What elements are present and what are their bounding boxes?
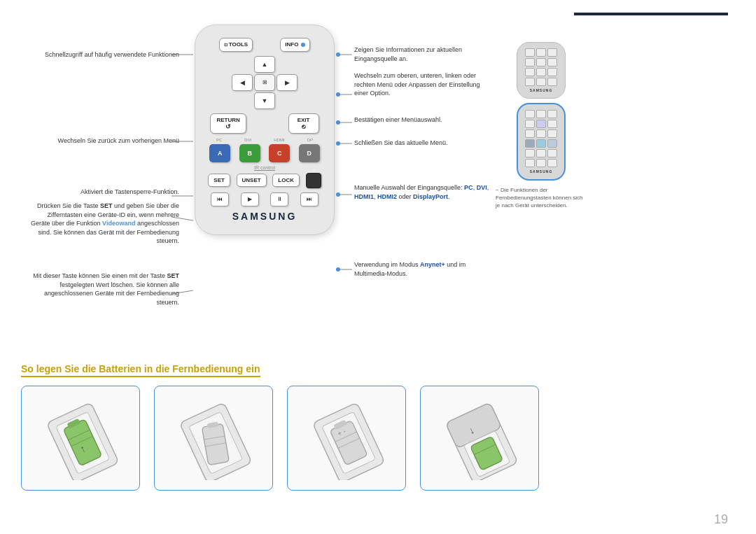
ann-lock: Aktiviert die Tastensperre-Funktion. (29, 188, 179, 197)
left-arrow-button[interactable]: ◀ (232, 74, 253, 91)
button-c-hdmi[interactable]: C (269, 144, 290, 162)
page-number: 19 (714, 512, 728, 527)
svg-point-12 (336, 92, 340, 97)
small-remote-area: SAMSUNG SAMSUNG − Die Funktionen der Fer… (496, 21, 587, 364)
battery-step-3: + - (287, 386, 406, 491)
set-unset-lock-row: SET UNSET LOCK (205, 173, 324, 188)
ann-confirm-right: Bestätigen einer Menüauswahl. (354, 115, 494, 125)
small-remote-highlighted: SAMSUNG (517, 103, 566, 181)
fast-forward-button[interactable]: ⏭ (300, 192, 318, 206)
enter-button[interactable]: ⊞ (254, 74, 275, 91)
play-button[interactable]: ▶ (241, 192, 259, 206)
samsung-logo: SAMSUNG (205, 211, 324, 222)
ann-tools: Schnellzugriff auf häufig verwendete Fun… (32, 50, 179, 59)
page: Schnellzugriff auf häufig verwendete Fun… (0, 0, 756, 534)
return-exit-row: RETURN ↺ EXIT ⎋ (205, 113, 324, 134)
rewind-button[interactable]: ⏮ (211, 192, 229, 206)
exit-button[interactable]: EXIT ⎋ (288, 113, 319, 134)
remote-body: ⊡ TOOLS INFO ▲ ◀ ⊞ ▶ ▼ (195, 24, 335, 235)
right-annotations: Zeigen Sie Informationen zur aktuellen E… (335, 21, 496, 364)
info-button[interactable]: INFO (280, 38, 310, 52)
color-buttons-row: A B C D (205, 144, 324, 162)
svg-point-14 (336, 141, 340, 146)
right-arrow-button[interactable]: ▶ (276, 74, 298, 91)
ann-delete: Mit dieser Taste können Sie einen mit de… (29, 272, 179, 307)
ann-info-right: Zeigen Sie Informationen zur aktuellen E… (354, 45, 494, 63)
ann-nav-right: Wechseln zum oberen, unteren, linken ode… (354, 71, 494, 98)
down-arrow-button[interactable]: ▼ (254, 92, 275, 109)
button-d-dp[interactable]: D (299, 144, 320, 162)
svg-point-16 (336, 267, 340, 272)
pause-button[interactable]: ⏸ (270, 192, 288, 206)
small-remote-note: − Die Funktionen der Fernbedienungstaste… (496, 186, 587, 210)
remote-control-diagram: ⊡ TOOLS INFO ▲ ◀ ⊞ ▶ ▼ (195, 21, 335, 364)
battery-step-1: ↑ (21, 386, 140, 491)
svg-point-11 (336, 52, 340, 57)
tools-button[interactable]: ⊡ TOOLS (219, 38, 253, 52)
connector-lines-right (335, 21, 356, 364)
battery-step-2 (154, 386, 273, 491)
left-annotations: Schnellzugriff auf häufig verwendete Fun… (21, 21, 195, 364)
ann-set: Drücken Sie die Taste SET und geben Sie … (29, 202, 179, 246)
unset-button[interactable]: UNSET (237, 174, 267, 187)
battery-section: So legen Sie die Batterien in die Fernbe… (21, 363, 735, 524)
black-button[interactable] (306, 173, 321, 188)
button-b-dvi[interactable]: B (239, 144, 260, 162)
battery-section-title: So legen Sie die Batterien in die Fernbe… (21, 363, 260, 377)
return-button[interactable]: RETURN ↺ (210, 113, 246, 134)
lock-button[interactable]: LOCK (272, 174, 300, 187)
svg-point-15 (336, 192, 340, 197)
up-arrow-button[interactable]: ▲ (254, 56, 275, 73)
tools-info-row: ⊡ TOOLS INFO (205, 38, 324, 52)
battery-step-4: ↓ (420, 386, 539, 491)
ir-label: IR control (205, 165, 324, 170)
ann-input-right: Manuelle Auswahl der Eingangsquelle: PC,… (354, 183, 494, 201)
top-accent-bar (574, 13, 728, 15)
button-a-pc[interactable]: A (209, 144, 230, 162)
svg-point-13 (336, 120, 340, 125)
media-controls-row: ⏮ ▶ ⏸ ⏭ (205, 192, 324, 206)
small-remote-plain: SAMSUNG (517, 42, 566, 99)
battery-steps: ↑ (21, 386, 735, 491)
ann-anynet-right: Verwendung im Modus Anynet+ und im Multi… (354, 260, 494, 278)
arrow-buttons: ▲ ◀ ⊞ ▶ ▼ (205, 56, 324, 109)
ann-exit-right: Schließen Sie das aktuelle Menü. (354, 139, 494, 148)
ann-return: Wechseln Sie zurück zum vorherigen Menü (32, 136, 179, 146)
set-button[interactable]: SET (208, 174, 230, 187)
